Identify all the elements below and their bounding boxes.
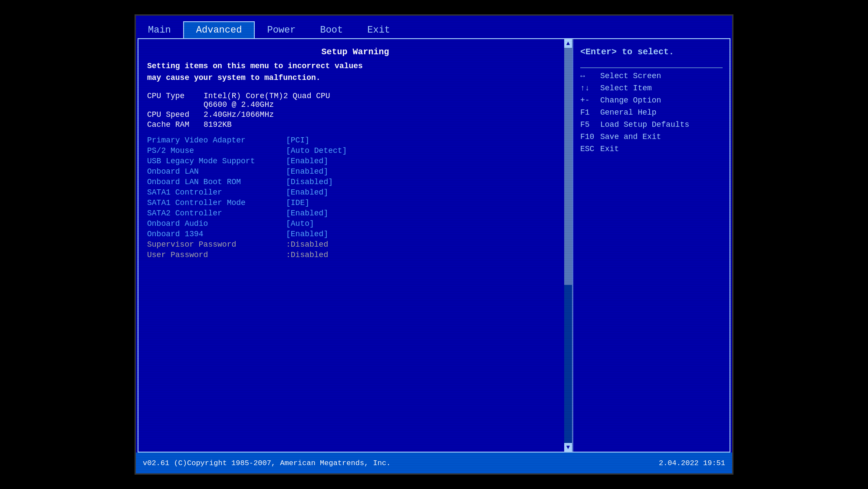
setting-row-1[interactable]: PS/2 Mouse[Auto Detect] [147,146,563,155]
help-item-1: ↑↓Select Item [580,84,723,93]
scrollbar-thumb[interactable] [564,48,572,285]
menu-bar: Main Advanced Power Boot Exit [136,16,732,38]
setting-row-9[interactable]: Onboard 1394[Enabled] [147,230,563,238]
warning-line1: Setting items on this menu to incorrect … [147,62,363,70]
cpu-speed-label: CPU Speed [147,110,204,119]
setting-label-10: Supervisor Password [147,240,286,249]
help-key-3: F1 [580,108,600,117]
content-area: Setup Warning Setting items on this menu… [138,38,730,453]
help-desc-0: Select Screen [600,72,661,80]
help-desc-2: Change Option [600,96,661,105]
cache-row: Cache RAM 8192KB [147,120,563,129]
setting-value-8: [Auto] [286,219,314,228]
setting-label-0: Primary Video Adapter [147,136,286,145]
footer-datetime: 2.04.2022 19:51 [659,459,725,467]
setting-label-3: Onboard LAN [147,167,286,176]
setting-value-5: [Enabled] [286,188,328,197]
help-item-4: F5Load Setup Defaults [580,120,723,129]
cpu-type-value2: Q6600 @ 2.40GHz [204,100,330,109]
help-item-5: F10Save and Exit [580,132,723,141]
menu-main[interactable]: Main [136,22,183,38]
setting-label-9: Onboard 1394 [147,230,286,238]
setting-label-6: SATA1 Controller Mode [147,198,286,207]
cache-value: 8192KB [204,120,232,129]
bios-screen: Main Advanced Power Boot Exit Setup Warn… [135,14,733,475]
help-key-4: F5 [580,120,600,129]
cpu-type-label: CPU Type [147,92,204,109]
scrollbar-up[interactable]: ▲ [564,39,572,48]
setting-value-4: [Disabled] [286,178,333,186]
setting-value-1: [Auto Detect] [286,146,347,155]
help-item-0: ↔Select Screen [580,72,723,80]
cpu-type-value1: Intel(R) Core(TM)2 Quad CPU [204,92,330,100]
help-key-0: ↔ [580,72,600,80]
setting-value-10: :Disabled [286,240,328,249]
help-desc-1: Select Item [600,84,652,93]
menu-exit[interactable]: Exit [355,22,402,38]
help-key-5: F10 [580,132,600,141]
menu-advanced[interactable]: Advanced [183,21,255,38]
help-enter: <Enter> to select. [580,47,723,57]
setting-row-5[interactable]: SATA1 Controller[Enabled] [147,188,563,197]
setting-label-8: Onboard Audio [147,219,286,228]
setting-label-7: SATA2 Controller [147,209,286,218]
scrollbar-track [564,48,572,443]
setting-label-2: USB Legacy Mode Support [147,157,286,165]
setting-row-2[interactable]: USB Legacy Mode Support[Enabled] [147,157,563,165]
help-key-6: ESC [580,145,600,153]
help-key-1: ↑↓ [580,84,600,93]
scrollbar-down[interactable]: ▼ [564,443,572,452]
setting-row-4[interactable]: Onboard LAN Boot ROM[Disabled] [147,178,563,186]
warning-line2: may cause your system to malfunction. [147,73,321,82]
setting-value-3: [Enabled] [286,167,328,176]
setting-row-0[interactable]: Primary Video Adapter[PCI] [147,136,563,145]
help-desc-4: Load Setup Defaults [600,120,689,129]
help-key-2: +- [580,96,600,105]
scrollbar[interactable]: ▲ ▼ [564,39,572,452]
setting-label-4: Onboard LAN Boot ROM [147,178,286,186]
setting-value-11: :Disabled [286,251,328,259]
warning-title: Setup Warning [147,47,563,57]
setting-value-0: [PCI] [286,136,309,145]
setting-row-11[interactable]: User Password:Disabled [147,251,563,259]
help-separator [580,67,723,68]
setting-value-9: [Enabled] [286,230,328,238]
right-panel: <Enter> to select. ↔Select Screen↑↓Selec… [573,39,730,452]
setting-value-2: [Enabled] [286,157,328,165]
setting-label-1: PS/2 Mouse [147,146,286,155]
menu-power[interactable]: Power [255,22,308,38]
menu-boot[interactable]: Boot [308,22,355,38]
help-desc-6: Exit [600,145,619,153]
setting-row-8[interactable]: Onboard Audio[Auto] [147,219,563,228]
warning-text: Setting items on this menu to incorrect … [147,60,563,84]
system-info: CPU Type Intel(R) Core(TM)2 Quad CPU Q66… [147,92,563,129]
footer: v02.61 (C)Copyright 1985-2007, American … [136,453,732,473]
help-items: ↔Select Screen↑↓Select Item+-Change Opti… [580,72,723,153]
settings-list: Primary Video Adapter[PCI]PS/2 Mouse[Aut… [147,136,563,259]
help-desc-5: Save and Exit [600,132,661,141]
cpu-type-row: CPU Type Intel(R) Core(TM)2 Quad CPU Q66… [147,92,563,109]
left-panel: Setup Warning Setting items on this menu… [138,39,573,452]
setting-row-7[interactable]: SATA2 Controller[Enabled] [147,209,563,218]
setting-row-3[interactable]: Onboard LAN[Enabled] [147,167,563,176]
setting-label-5: SATA1 Controller [147,188,286,197]
help-desc-3: General Help [600,108,657,117]
help-item-2: +-Change Option [580,96,723,105]
setting-row-6[interactable]: SATA1 Controller Mode[IDE] [147,198,563,207]
setting-row-10[interactable]: Supervisor Password:Disabled [147,240,563,249]
cache-label: Cache RAM [147,120,204,129]
setting-value-6: [IDE] [286,198,309,207]
cpu-speed-row: CPU Speed 2.40GHz/1066MHz [147,110,563,119]
help-item-6: ESCExit [580,145,723,153]
setting-value-7: [Enabled] [286,209,328,218]
setting-label-11: User Password [147,251,286,259]
help-item-3: F1General Help [580,108,723,117]
footer-copyright: v02.61 (C)Copyright 1985-2007, American … [143,459,391,467]
cpu-speed-value: 2.40GHz/1066MHz [204,110,274,119]
